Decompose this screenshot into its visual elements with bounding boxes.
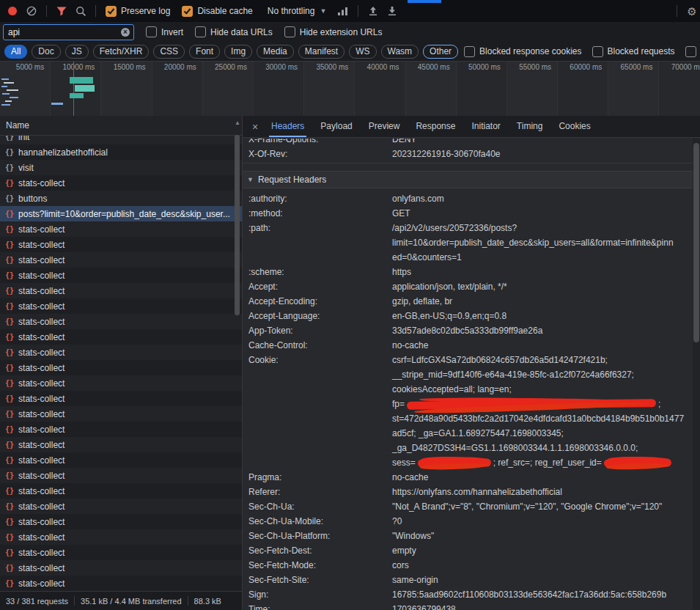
request-row[interactable]: {}stats-collect — [0, 514, 242, 529]
disable-cache-checkbox[interactable]: Disable cache — [182, 6, 252, 17]
export-har-button[interactable] — [383, 1, 402, 21]
clear-filter-icon[interactable]: × — [121, 28, 130, 37]
tab-initiator[interactable]: Initiator — [463, 116, 508, 137]
request-row[interactable]: {}stats-collect — [0, 375, 242, 391]
header-row: Accept:application/json, text/plain, */* — [243, 279, 700, 294]
throttling-select[interactable]: No throttling ▼ — [268, 6, 327, 16]
scroll-up-arrow-icon[interactable]: ▲ — [235, 120, 240, 126]
header-row: X-Of-Rev:202312261916-30670fa40e — [243, 147, 700, 163]
request-row[interactable]: {}stats-collect — [0, 391, 242, 406]
tab-headers[interactable]: Headers — [263, 116, 312, 137]
header-value-text: ed=0&counters=1 — [392, 252, 462, 262]
scrollbar-thumb[interactable] — [235, 135, 240, 315]
request-row[interactable]: {}init — [0, 136, 242, 144]
request-row[interactable]: {}stats-collect — [0, 499, 242, 514]
request-list-scrollbar[interactable]: ▲ — [233, 116, 242, 591]
record-button[interactable] — [3, 1, 22, 21]
header-value-text: cookiesAccepted=all; lang=en; — [392, 384, 512, 394]
filter-toggle-button[interactable] — [52, 1, 71, 21]
request-row[interactable]: {}stats-collect — [0, 452, 242, 468]
header-value-line: 16785:5aad9602cf110608b03133de563642fac1… — [392, 587, 700, 602]
fetch-braces-icon: {} — [5, 348, 14, 356]
request-row[interactable]: {}stats-collect — [0, 314, 242, 329]
request-headers-section[interactable]: ▼ Request Headers — [243, 171, 700, 188]
request-row[interactable]: {}stats-collect — [0, 268, 242, 283]
hide-extension-urls-checkbox[interactable]: Hide extension URLs — [284, 26, 383, 37]
filter-pill-font[interactable]: Font — [189, 45, 220, 59]
timeline-column: 35000 ms — [304, 61, 355, 116]
timeline-overview[interactable]: 5000 ms10000 ms15000 ms20000 ms25000 ms3… — [0, 61, 700, 117]
headers-panel: X-Frame-Options: DENY X-Of-Rev:202312261… — [243, 139, 700, 610]
request-row[interactable]: {}stats-collect — [0, 345, 242, 360]
filter-pill-doc[interactable]: Doc — [32, 45, 60, 59]
request-row[interactable]: {}stats-collect — [0, 360, 242, 375]
filter-pill-other[interactable]: Other — [423, 45, 458, 59]
clear-button[interactable] — [22, 1, 41, 21]
request-row[interactable]: {}stats-collect — [0, 468, 242, 483]
3rd-party-requests-checkbox[interactable]: 3rd-party requests — [685, 46, 700, 57]
timeline-column: 15000 ms — [101, 61, 152, 116]
request-row[interactable]: {}stats-collect — [0, 252, 242, 268]
request-row[interactable]: {}stats-collect — [0, 406, 242, 422]
header-value-text: application/json, text/plain, */* — [392, 282, 507, 292]
request-row[interactable]: {}stats-collect — [0, 437, 242, 452]
request-row[interactable]: {}stats-collect — [0, 237, 242, 252]
request-row[interactable]: {}stats-collect — [0, 298, 242, 314]
search-button[interactable] — [71, 1, 90, 21]
request-row[interactable]: {}stats-collect — [0, 175, 242, 191]
filter-pill-media[interactable]: Media — [257, 45, 294, 59]
tab-cookies[interactable]: Cookies — [550, 116, 598, 137]
details-scrollbar[interactable] — [693, 139, 700, 610]
request-row[interactable]: {}stats-collect — [0, 529, 242, 545]
header-value-text: /api2/v2/users/20572336/posts? — [392, 223, 517, 233]
request-row[interactable]: {}stats-collect — [0, 329, 242, 345]
filter-pill-js[interactable]: JS — [65, 45, 89, 59]
filter-pill-css[interactable]: CSS — [153, 45, 185, 59]
filter-pill-img[interactable]: Img — [224, 45, 252, 59]
request-row[interactable]: {}stats-collect — [0, 576, 242, 591]
invert-checkbox[interactable]: Invert — [146, 26, 183, 37]
disclosure-triangle-icon[interactable]: ▼ — [247, 176, 254, 183]
filter-input[interactable]: api × — [3, 24, 134, 40]
request-name: init — [18, 136, 242, 142]
preserve-log-checkbox[interactable]: Preserve log — [106, 6, 170, 17]
request-row[interactable]: {}stats-collect — [0, 283, 242, 298]
header-key: Referer: — [248, 485, 392, 499]
request-row[interactable]: {}hannahelizabethofficial — [0, 144, 242, 160]
request-row[interactable]: {}stats-collect — [0, 545, 242, 560]
blocked-response-cookies-checkbox[interactable]: Blocked response cookies — [464, 46, 581, 57]
tab-preview[interactable]: Preview — [361, 116, 408, 137]
waterfall-bar — [5, 100, 12, 102]
download-arrow-icon — [387, 6, 397, 16]
tab-payload[interactable]: Payload — [312, 116, 360, 137]
request-row[interactable]: {}stats-collect — [0, 221, 242, 237]
close-details-button[interactable]: × — [247, 121, 263, 133]
filter-pill-wasm[interactable]: Wasm — [381, 45, 419, 59]
request-name: stats-collect — [18, 240, 242, 250]
filter-pill-ws[interactable]: WS — [349, 45, 376, 59]
blocked-requests-checkbox[interactable]: Blocked requests — [592, 46, 675, 57]
header-value-text: GET — [392, 208, 410, 218]
request-row[interactable]: {}visit — [0, 160, 242, 175]
request-row[interactable]: {}stats-collect — [0, 483, 242, 499]
scrollbar-thumb[interactable] — [693, 143, 699, 342]
tab-timing[interactable]: Timing — [509, 116, 551, 137]
header-row: Accept-Language:en-GB,en-US;q=0.9,en;q=0… — [243, 309, 700, 323]
settings-button[interactable]: ⚙ — [682, 1, 700, 21]
chevron-down-icon: ▼ — [320, 7, 326, 15]
filter-pill-fetch-xhr[interactable]: Fetch/XHR — [93, 45, 150, 59]
timeline-column: 30000 ms — [254, 61, 304, 116]
request-row[interactable]: {}stats-collect — [0, 560, 242, 576]
filter-pill-manifest[interactable]: Manifest — [298, 45, 345, 59]
request-row[interactable]: {}buttons — [0, 191, 242, 206]
header-value: gzip, deflate, br — [392, 294, 700, 309]
hide-data-urls-checkbox[interactable]: Hide data URLs — [195, 26, 273, 37]
header-value-text: ?0 — [392, 516, 402, 526]
request-row[interactable]: {}posts?limit=10&order=publish_date_desc… — [0, 206, 242, 221]
filter-pill-all[interactable]: All — [4, 45, 27, 59]
tab-response[interactable]: Response — [408, 116, 463, 137]
network-conditions-button[interactable] — [334, 1, 353, 21]
request-row[interactable]: {}stats-collect — [0, 422, 242, 437]
name-column-header[interactable]: Name — [0, 116, 243, 136]
import-har-button[interactable] — [364, 1, 383, 21]
